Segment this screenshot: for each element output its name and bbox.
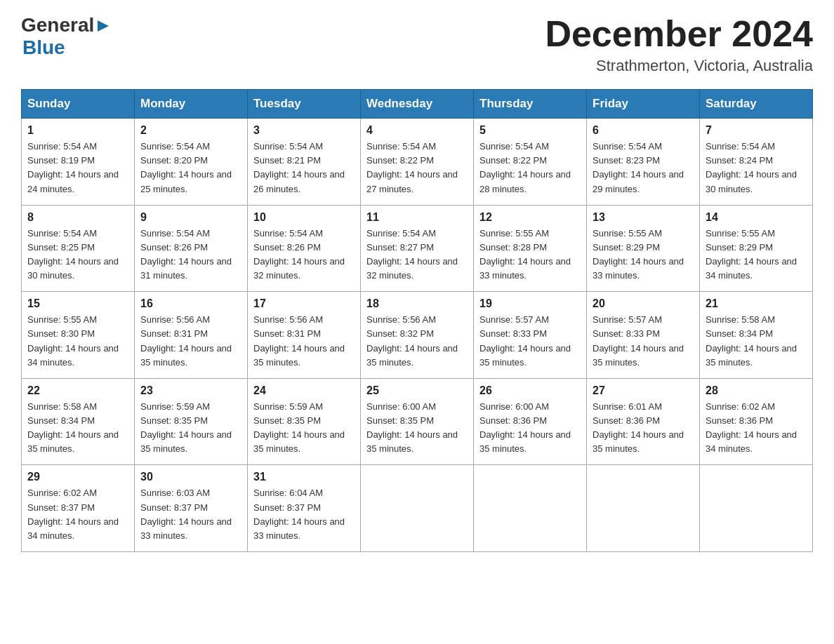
col-sunday: Sunday: [22, 90, 135, 119]
calendar-week-row: 1 Sunrise: 5:54 AM Sunset: 8:19 PM Dayli…: [22, 119, 813, 206]
day-info: Sunrise: 5:59 AM Sunset: 8:35 PM Dayligh…: [253, 400, 355, 457]
table-row: 9 Sunrise: 5:54 AM Sunset: 8:26 PM Dayli…: [135, 205, 248, 292]
table-row: [361, 465, 474, 552]
table-row: 24 Sunrise: 5:59 AM Sunset: 8:35 PM Dayl…: [248, 378, 361, 465]
logo: General Blue: [21, 14, 110, 59]
day-number: 11: [366, 211, 468, 224]
day-info: Sunrise: 6:04 AM Sunset: 8:37 PM Dayligh…: [253, 486, 355, 543]
day-number: 9: [140, 211, 241, 224]
location-subtitle: Strathmerton, Victoria, Australia: [545, 57, 813, 75]
table-row: 25 Sunrise: 6:00 AM Sunset: 8:35 PM Dayl…: [361, 378, 474, 465]
svg-marker-0: [98, 20, 109, 32]
day-info: Sunrise: 6:02 AM Sunset: 8:36 PM Dayligh…: [706, 400, 807, 457]
table-row: 8 Sunrise: 5:54 AM Sunset: 8:25 PM Dayli…: [22, 205, 135, 292]
day-info: Sunrise: 5:59 AM Sunset: 8:35 PM Dayligh…: [140, 400, 241, 457]
title-area: December 2024 Strathmerton, Victoria, Au…: [545, 14, 813, 75]
day-info: Sunrise: 5:54 AM Sunset: 8:19 PM Dayligh…: [27, 140, 128, 196]
day-number: 28: [706, 384, 807, 397]
day-number: 19: [479, 297, 581, 310]
day-info: Sunrise: 5:55 AM Sunset: 8:29 PM Dayligh…: [706, 227, 807, 283]
calendar-week-row: 29 Sunrise: 6:02 AM Sunset: 8:37 PM Dayl…: [22, 465, 813, 552]
day-info: Sunrise: 5:54 AM Sunset: 8:22 PM Dayligh…: [366, 140, 468, 196]
day-number: 22: [27, 384, 128, 397]
day-info: Sunrise: 5:57 AM Sunset: 8:33 PM Dayligh…: [479, 313, 581, 370]
day-info: Sunrise: 6:02 AM Sunset: 8:37 PM Dayligh…: [27, 486, 128, 543]
table-row: 20 Sunrise: 5:57 AM Sunset: 8:33 PM Dayl…: [587, 292, 700, 379]
day-number: 25: [366, 384, 468, 397]
page-header: General Blue December 2024 Strathmerton,…: [21, 14, 813, 75]
table-row: 29 Sunrise: 6:02 AM Sunset: 8:37 PM Dayl…: [22, 465, 135, 552]
calendar-week-row: 22 Sunrise: 5:58 AM Sunset: 8:34 PM Dayl…: [22, 378, 813, 465]
col-thursday: Thursday: [474, 90, 587, 119]
calendar-header-row: Sunday Monday Tuesday Wednesday Thursday…: [22, 90, 813, 119]
day-number: 29: [27, 471, 128, 483]
day-number: 16: [140, 297, 241, 310]
day-info: Sunrise: 5:56 AM Sunset: 8:32 PM Dayligh…: [366, 313, 468, 370]
day-info: Sunrise: 5:55 AM Sunset: 8:30 PM Dayligh…: [27, 313, 128, 370]
table-row: 17 Sunrise: 5:56 AM Sunset: 8:31 PM Dayl…: [248, 292, 361, 379]
table-row: 1 Sunrise: 5:54 AM Sunset: 8:19 PM Dayli…: [22, 119, 135, 206]
day-info: Sunrise: 5:54 AM Sunset: 8:26 PM Dayligh…: [253, 227, 355, 283]
logo-general-text: General: [21, 14, 94, 36]
table-row: 18 Sunrise: 5:56 AM Sunset: 8:32 PM Dayl…: [361, 292, 474, 379]
day-info: Sunrise: 5:55 AM Sunset: 8:29 PM Dayligh…: [593, 227, 694, 283]
table-row: 3 Sunrise: 5:54 AM Sunset: 8:21 PM Dayli…: [248, 119, 361, 206]
table-row: [700, 465, 813, 552]
col-monday: Monday: [135, 90, 248, 119]
table-row: 11 Sunrise: 5:54 AM Sunset: 8:27 PM Dayl…: [361, 205, 474, 292]
day-number: 31: [253, 471, 355, 483]
calendar-week-row: 8 Sunrise: 5:54 AM Sunset: 8:25 PM Dayli…: [22, 205, 813, 292]
table-row: 26 Sunrise: 6:00 AM Sunset: 8:36 PM Dayl…: [474, 378, 587, 465]
day-number: 5: [479, 124, 581, 137]
day-number: 30: [140, 471, 241, 483]
day-info: Sunrise: 5:55 AM Sunset: 8:28 PM Dayligh…: [479, 227, 581, 283]
col-saturday: Saturday: [700, 90, 813, 119]
day-number: 8: [27, 211, 128, 224]
table-row: 5 Sunrise: 5:54 AM Sunset: 8:22 PM Dayli…: [474, 119, 587, 206]
day-number: 15: [27, 297, 128, 310]
table-row: 15 Sunrise: 5:55 AM Sunset: 8:30 PM Dayl…: [22, 292, 135, 379]
day-number: 4: [366, 124, 468, 137]
day-number: 24: [253, 384, 355, 397]
day-number: 12: [479, 211, 581, 224]
table-row: [474, 465, 587, 552]
logo-blue-text: Blue: [22, 36, 110, 59]
day-info: Sunrise: 5:54 AM Sunset: 8:26 PM Dayligh…: [140, 227, 241, 283]
table-row: 16 Sunrise: 5:56 AM Sunset: 8:31 PM Dayl…: [135, 292, 248, 379]
day-info: Sunrise: 5:54 AM Sunset: 8:24 PM Dayligh…: [706, 140, 807, 196]
table-row: 28 Sunrise: 6:02 AM Sunset: 8:36 PM Dayl…: [700, 378, 813, 465]
table-row: 4 Sunrise: 5:54 AM Sunset: 8:22 PM Dayli…: [361, 119, 474, 206]
calendar-table: Sunday Monday Tuesday Wednesday Thursday…: [21, 89, 813, 552]
day-info: Sunrise: 5:54 AM Sunset: 8:25 PM Dayligh…: [27, 227, 128, 283]
day-info: Sunrise: 5:58 AM Sunset: 8:34 PM Dayligh…: [706, 313, 807, 370]
day-number: 18: [366, 297, 468, 310]
day-info: Sunrise: 5:56 AM Sunset: 8:31 PM Dayligh…: [253, 313, 355, 370]
day-info: Sunrise: 5:54 AM Sunset: 8:23 PM Dayligh…: [593, 140, 694, 196]
day-number: 17: [253, 297, 355, 310]
day-info: Sunrise: 6:03 AM Sunset: 8:37 PM Dayligh…: [140, 486, 241, 543]
day-number: 14: [706, 211, 807, 224]
day-number: 23: [140, 384, 241, 397]
table-row: 19 Sunrise: 5:57 AM Sunset: 8:33 PM Dayl…: [474, 292, 587, 379]
table-row: 27 Sunrise: 6:01 AM Sunset: 8:36 PM Dayl…: [587, 378, 700, 465]
col-wednesday: Wednesday: [361, 90, 474, 119]
day-info: Sunrise: 5:57 AM Sunset: 8:33 PM Dayligh…: [593, 313, 694, 370]
day-number: 21: [706, 297, 807, 310]
day-number: 13: [593, 211, 694, 224]
day-number: 6: [593, 124, 694, 137]
day-info: Sunrise: 5:54 AM Sunset: 8:27 PM Dayligh…: [366, 227, 468, 283]
day-number: 27: [593, 384, 694, 397]
day-info: Sunrise: 5:54 AM Sunset: 8:20 PM Dayligh…: [140, 140, 241, 196]
table-row: 13 Sunrise: 5:55 AM Sunset: 8:29 PM Dayl…: [587, 205, 700, 292]
day-number: 2: [140, 124, 241, 137]
logo-arrow-icon: [96, 19, 110, 36]
day-number: 3: [253, 124, 355, 137]
table-row: 30 Sunrise: 6:03 AM Sunset: 8:37 PM Dayl…: [135, 465, 248, 552]
table-row: 14 Sunrise: 5:55 AM Sunset: 8:29 PM Dayl…: [700, 205, 813, 292]
table-row: [587, 465, 700, 552]
day-info: Sunrise: 5:58 AM Sunset: 8:34 PM Dayligh…: [27, 400, 128, 457]
calendar-week-row: 15 Sunrise: 5:55 AM Sunset: 8:30 PM Dayl…: [22, 292, 813, 379]
day-info: Sunrise: 6:00 AM Sunset: 8:36 PM Dayligh…: [479, 400, 581, 457]
table-row: 6 Sunrise: 5:54 AM Sunset: 8:23 PM Dayli…: [587, 119, 700, 206]
day-info: Sunrise: 6:00 AM Sunset: 8:35 PM Dayligh…: [366, 400, 468, 457]
